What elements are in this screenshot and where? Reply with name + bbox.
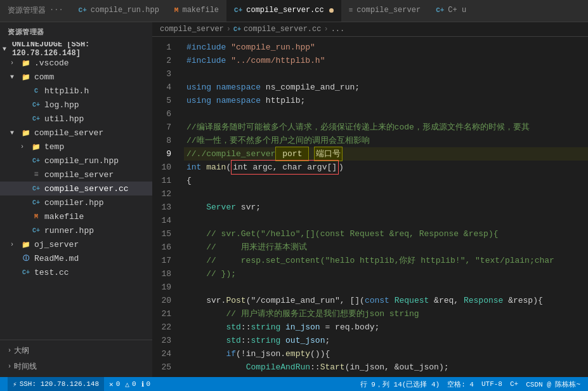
ln-1: 1 xyxy=(152,41,179,54)
comm-arrow: ▼ xyxy=(10,74,20,81)
line-numbers: 1 2 3 4 5 6 7 8 9 10 11 12 13 14 15 16 1… xyxy=(152,37,184,377)
comment-15: // svr.Get("/hello",[](const Request &re… xyxy=(186,227,498,241)
sidebar-item-vscode[interactable]: › 📁 .vscode xyxy=(0,56,152,70)
comment-9a: //./compile_server xyxy=(186,147,275,161)
timeline-label: 时间线 xyxy=(14,361,37,372)
make-icon: M xyxy=(174,6,179,14)
breadcrumb-cpp-icon: C+ xyxy=(233,26,241,33)
cscc-label: compile_server.cc xyxy=(44,184,129,194)
ch-label: compiler.hpp xyxy=(44,198,104,208)
punc-24a: (!in_json. xyxy=(236,347,285,361)
tab-compile-server-cc[interactable]: C+ compile_server.cc xyxy=(226,0,341,22)
plain-icon: ≡ xyxy=(349,6,353,14)
compile-server-cc-label: compile_server.cc xyxy=(246,6,323,15)
code-lines[interactable]: #include "compile_run.hpp" #include "../… xyxy=(184,37,588,377)
cpp-icon-cscc: C+ xyxy=(30,185,42,192)
ln-10: 10 xyxy=(152,161,179,174)
sidebar-header-label: 资源管理器 xyxy=(8,29,44,36)
cpp-icon-ch: C+ xyxy=(30,199,42,206)
kw-using-2: using xyxy=(186,94,211,107)
code-line-14 xyxy=(184,214,588,227)
folder-icon-comm: 📁 xyxy=(20,73,32,81)
rh-label: runner.hpp xyxy=(44,226,94,235)
temp-label: temp xyxy=(44,142,64,152)
ln-12: 12 xyxy=(152,187,179,201)
code-line-18: // }); xyxy=(184,267,588,281)
sidebar-item-makefile[interactable]: › M makefile xyxy=(0,209,152,223)
ln-17: 17 xyxy=(152,254,179,267)
tree-root[interactable]: ▼ ONLINEJUDGE [SSH: 120.78.126.148] xyxy=(0,42,152,56)
comment-18: // }); xyxy=(186,267,236,281)
sp-20: svr. xyxy=(186,294,226,307)
status-bar: ⚡ SSH: 120.78.126.148 ✕ 0 △ 0 ℹ 0 行 9，列 … xyxy=(0,377,588,391)
cpp-icon-2: C+ xyxy=(234,6,242,14)
sidebar-item-compile-server-exec[interactable]: › ≡ compile_server xyxy=(0,168,152,182)
tab-makefile[interactable]: M makefile xyxy=(167,0,226,22)
sp-10a xyxy=(201,161,206,174)
tab-compile-server[interactable]: ≡ compile_server xyxy=(341,0,428,22)
httplib-label: httplib.h xyxy=(44,86,89,96)
sidebar-item-log[interactable]: › C+ log.hpp xyxy=(0,98,152,112)
ln-8: 8 xyxy=(152,134,179,147)
ln-22: 22 xyxy=(152,321,179,334)
ssh-status[interactable]: ⚡ SSH: 120.78.126.148 xyxy=(8,377,104,391)
position-label[interactable]: 行 9，列 14(已选择 4) xyxy=(360,380,440,389)
error-count[interactable]: ✕ 0 △ 0 ℹ 0 xyxy=(109,380,150,388)
sidebar-item-runner-hpp[interactable]: › C+ runner.hpp xyxy=(0,223,152,237)
tree-root-label: ONLINEJUDGE [SSH: 120.78.126.148] xyxy=(12,42,152,58)
explorer-tab-label: 资源管理器 xyxy=(8,5,46,16)
ln-24: 24 xyxy=(152,347,179,361)
sidebar-item-compile-server-cc[interactable]: › C+ compile_server.cc xyxy=(0,182,152,196)
sp-22b xyxy=(280,321,285,334)
punc-24b: ()){ xyxy=(310,347,330,361)
sidebar-item-util[interactable]: › C+ util.hpp xyxy=(0,112,152,126)
breadcrumb: compile_server › C+ compile_server.cc › … xyxy=(152,22,588,37)
tab-extra[interactable]: C+ C+ u xyxy=(428,0,474,22)
outline-panel[interactable]: › 大纲 xyxy=(0,343,152,359)
sidebar-item-test-cc[interactable]: › C+ test.cc xyxy=(0,265,152,279)
code-line-6 xyxy=(184,107,588,121)
punc-25b: (in_json, &out_json); xyxy=(345,361,449,374)
punc-20: ("/compile_and_run", []( xyxy=(246,294,365,307)
ns-2: httplib; xyxy=(261,94,305,107)
cs-folder-arrow: ▼ xyxy=(10,129,20,136)
sidebar-item-compile-server-folder[interactable]: ▼ 📁 compile_server xyxy=(0,126,152,140)
sidebar-item-httplib[interactable]: › C httplib.h xyxy=(0,84,152,98)
sidebar-item-oj-server[interactable]: › 📁 oj_server xyxy=(0,237,152,251)
ln-25: 25 xyxy=(152,361,179,374)
ssh-icon: ⚡ xyxy=(13,380,17,388)
kw-int: int xyxy=(186,161,201,174)
fn-empty: empty xyxy=(285,347,310,361)
sidebar-item-temp[interactable]: › 📁 temp xyxy=(0,140,152,154)
var-injson: in_json xyxy=(285,321,320,334)
cpp-icon-log: C+ xyxy=(30,102,42,109)
sidebar-tree[interactable]: ▼ ONLINEJUDGE [SSH: 120.78.126.148] › 📁 … xyxy=(0,42,152,340)
kw-include-1: #include xyxy=(186,41,226,54)
code-line-13: Server svr; xyxy=(184,201,588,214)
timeline-panel[interactable]: › 时间线 xyxy=(0,359,152,374)
tab-compile-run-hpp[interactable]: C+ compile_run.hpp xyxy=(71,0,167,22)
str-2: "../comm/httplib.h" xyxy=(226,54,325,67)
editor-area: compile_server › C+ compile_server.cc › … xyxy=(152,22,588,377)
ln-11: 11 xyxy=(152,174,179,187)
modified-dot xyxy=(329,8,334,13)
fn-start: Start xyxy=(320,361,345,374)
sidebar-item-comm[interactable]: ▼ 📁 comm xyxy=(0,70,152,84)
spaces-label[interactable]: 空格: 4 xyxy=(447,380,474,389)
sidebar-item-compiler-hpp[interactable]: › C+ compiler.hpp xyxy=(0,196,152,209)
language-label[interactable]: C+ xyxy=(510,380,518,388)
tab-explorer[interactable]: 资源管理器 ··· xyxy=(0,0,71,22)
sp-20b xyxy=(389,294,395,307)
type-string-22: string xyxy=(251,321,280,334)
sp-13b: svr; xyxy=(236,201,261,214)
encoding-label[interactable]: UTF-8 xyxy=(481,380,502,388)
outline-arrow: › xyxy=(8,347,11,354)
exec-icon: ≡ xyxy=(30,170,42,179)
code-line-4: using namespace ns_compile_and_run; xyxy=(184,81,588,94)
sidebar-item-compile-run-hpp[interactable]: › C+ compile_run.hpp xyxy=(0,154,152,168)
code-editor[interactable]: 1 2 3 4 5 6 7 8 9 10 11 12 13 14 15 16 1… xyxy=(152,37,588,377)
cpp-icon-testcc: C+ xyxy=(20,269,32,276)
code-line-25: CompileAndRun::Start(in_json, &out_json)… xyxy=(184,361,588,374)
sidebar-item-readme[interactable]: › ⓘ ReadMe.md xyxy=(0,251,152,265)
cs-folder-label: compile_server xyxy=(34,128,103,138)
